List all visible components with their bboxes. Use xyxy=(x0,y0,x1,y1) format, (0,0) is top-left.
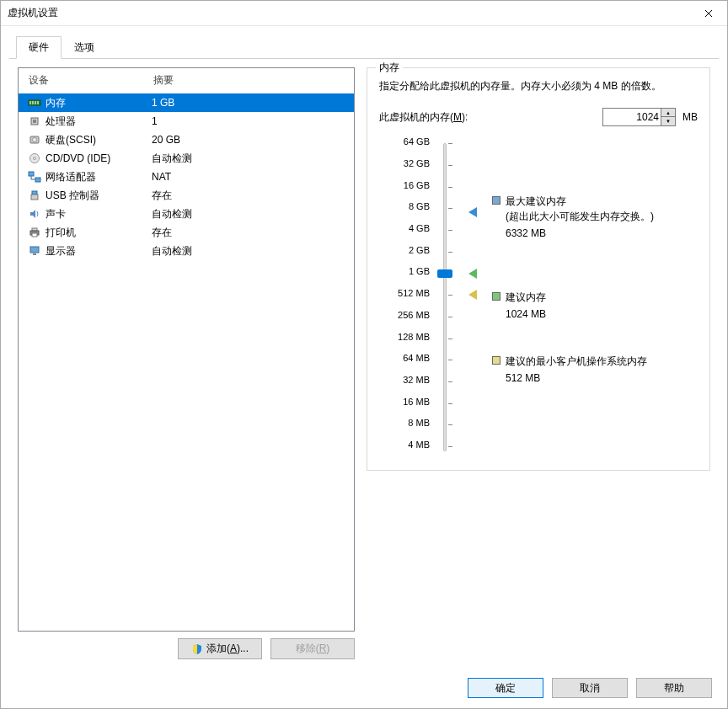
device-summary: 自动检测 xyxy=(152,244,345,259)
legend-rec-title: 建议内存 xyxy=(506,290,546,305)
slider-tick-label: 2 GB xyxy=(409,245,430,255)
marker-recommended[interactable] xyxy=(468,269,477,279)
legend-max-note: (超出此大小可能发生内存交换。) xyxy=(506,209,654,224)
device-row[interactable]: CD/DVD (IDE)自动检测 xyxy=(19,149,354,168)
legend-recommended: 建议内存 1024 MB xyxy=(492,290,546,322)
remove-button-label: 移除(R) xyxy=(296,642,330,656)
slider-tick-label: 1 GB xyxy=(409,266,430,276)
device-summary: 自动检测 xyxy=(152,152,345,166)
marker-max-recommended[interactable] xyxy=(468,207,477,217)
legend-square-blue-icon xyxy=(492,196,500,205)
device-row[interactable]: 处理器1 xyxy=(19,112,354,131)
left-panel: 设备 摘要 内存1 GB处理器1硬盘(SCSI)20 GBCD/DVD (IDE… xyxy=(18,67,355,659)
tab-content: 设备 摘要 内存1 GB处理器1硬盘(SCSI)20 GBCD/DVD (IDE… xyxy=(9,58,719,668)
slider-track-wrap[interactable] xyxy=(436,141,462,453)
device-label: 显示器 xyxy=(46,244,152,259)
device-summary: 20 GB xyxy=(152,134,345,146)
memory-spin-down[interactable]: ▼ xyxy=(661,117,675,125)
printer-icon xyxy=(27,226,42,239)
usb-icon xyxy=(27,189,42,202)
memory-input[interactable] xyxy=(602,108,661,126)
cancel-button[interactable]: 取消 xyxy=(552,678,628,698)
memory-fieldset: 内存 指定分配给此虚拟机的内存量。内存大小必须为 4 MB 的倍数。 此虚拟机的… xyxy=(367,67,710,471)
tab-hardware[interactable]: 硬件 xyxy=(16,36,62,59)
add-button[interactable]: 添加(A)... xyxy=(178,638,262,659)
device-summary: 存在 xyxy=(152,189,345,203)
slider-tick-label: 32 MB xyxy=(403,375,430,385)
display-icon xyxy=(27,244,42,258)
device-summary: 1 xyxy=(152,115,345,127)
slider-tick xyxy=(448,403,452,404)
device-summary: 1 GB xyxy=(152,97,345,109)
legend-max-recommended: 最大建议内存 (超出此大小可能发生内存交换。) 6332 MB xyxy=(492,194,654,241)
svg-point-8 xyxy=(33,138,37,142)
tab-bar: 硬件 选项 xyxy=(1,26,727,59)
help-button[interactable]: 帮助 xyxy=(636,678,712,698)
window-title: 虚拟机设置 xyxy=(8,6,58,20)
device-label: 声卡 xyxy=(46,207,152,221)
legend-column: 最大建议内存 (超出此大小可能发生内存交换。) 6332 MB 建议内存 102… xyxy=(492,141,698,453)
slider-tick-label: 4 MB xyxy=(408,440,430,450)
svg-rect-18 xyxy=(30,247,39,253)
marker-min-guest-os[interactable] xyxy=(468,290,477,300)
memory-input-wrap: ▲ ▼ MB xyxy=(602,108,698,126)
slider-tick xyxy=(448,381,452,382)
slider-tick-labels: 64 GB32 GB16 GB8 GB4 GB2 GB1 GB512 MB256… xyxy=(379,141,430,453)
device-row[interactable]: 网络适配器NAT xyxy=(19,168,354,186)
legend-rec-value: 1024 MB xyxy=(506,307,546,322)
svg-rect-17 xyxy=(32,233,37,237)
slider-tick xyxy=(448,424,452,425)
remove-button: 移除(R) xyxy=(270,638,355,659)
slider-tick-label: 16 MB xyxy=(403,397,430,407)
add-remove-row: 添加(A)... 移除(R) xyxy=(18,638,355,659)
slider-tick xyxy=(448,230,452,231)
header-device: 设备 xyxy=(29,73,153,88)
svg-rect-19 xyxy=(33,253,36,255)
network-icon xyxy=(27,170,42,184)
ok-button[interactable]: 确定 xyxy=(468,678,543,698)
slider-track xyxy=(443,143,447,451)
device-summary: 存在 xyxy=(152,226,345,240)
tab-options[interactable]: 选项 xyxy=(62,36,107,59)
device-label: CD/DVD (IDE) xyxy=(46,152,152,164)
device-row[interactable]: USB 控制器存在 xyxy=(19,186,354,205)
slider-tick-label: 16 GB xyxy=(404,180,430,190)
device-row[interactable]: 内存1 GB xyxy=(19,93,354,112)
disk-icon xyxy=(27,133,42,147)
svg-rect-2 xyxy=(32,101,34,104)
header-summary: 摘要 xyxy=(153,73,345,88)
svg-rect-13 xyxy=(32,191,37,195)
slider-tick xyxy=(448,317,452,317)
close-button[interactable] xyxy=(689,1,727,25)
slider-thumb[interactable] xyxy=(437,269,452,278)
memory-slider-section: 64 GB32 GB16 GB8 GB4 GB2 GB1 GB512 MB256… xyxy=(379,141,698,453)
legend-max-title: 最大建议内存 xyxy=(506,194,654,209)
device-row[interactable]: 硬盘(SCSI)20 GB xyxy=(19,131,354,149)
device-summary: 自动检测 xyxy=(152,207,345,221)
legend-min-value: 512 MB xyxy=(506,370,647,386)
legend-max-value: 6332 MB xyxy=(506,226,654,241)
device-row[interactable]: 声卡自动检测 xyxy=(19,205,354,223)
titlebar: 虚拟机设置 xyxy=(1,1,727,26)
svg-rect-14 xyxy=(31,195,38,200)
memory-spinner: ▲ ▼ xyxy=(661,108,676,126)
device-summary: NAT xyxy=(152,171,345,183)
slider-tick-label: 256 MB xyxy=(398,310,430,320)
legend-square-green-icon xyxy=(492,292,500,301)
slider-tick-label: 128 MB xyxy=(398,332,430,342)
svg-rect-1 xyxy=(29,101,31,104)
slider-tick xyxy=(448,360,452,360)
legend-min-title: 建议的最小客户机操作系统内存 xyxy=(506,354,647,369)
memory-input-row: 此虚拟机的内存(M): ▲ ▼ MB xyxy=(379,108,698,126)
device-row[interactable]: 显示器自动检测 xyxy=(19,242,354,260)
right-panel: 内存 指定分配给此虚拟机的内存量。内存大小必须为 4 MB 的倍数。 此虚拟机的… xyxy=(367,67,710,659)
device-list: 设备 摘要 内存1 GB处理器1硬盘(SCSI)20 GBCD/DVD (IDE… xyxy=(18,67,355,632)
memory-spin-up[interactable]: ▲ xyxy=(661,109,675,117)
legend-min-guest-os: 建议的最小客户机操作系统内存 512 MB xyxy=(492,354,647,386)
shield-icon xyxy=(191,643,203,655)
close-icon xyxy=(704,9,713,18)
vm-settings-window: 虚拟机设置 硬件 选项 设备 摘要 内存1 GB处理器1硬盘(SCSI)20 G… xyxy=(0,0,728,709)
device-row[interactable]: 打印机存在 xyxy=(19,223,354,242)
slider-tick xyxy=(448,143,452,144)
slider-tick-label: 64 GB xyxy=(404,136,430,147)
